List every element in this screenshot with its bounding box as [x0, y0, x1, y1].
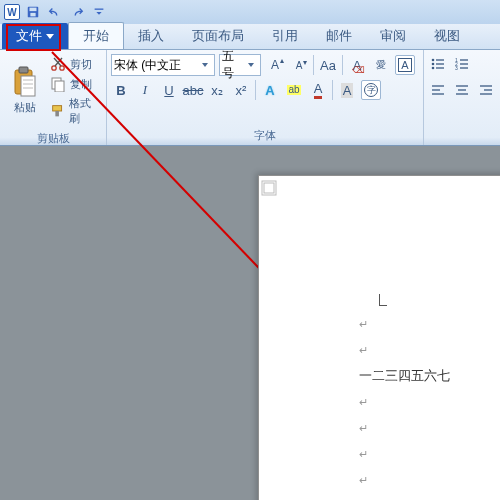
align-center-button[interactable] — [452, 80, 472, 100]
document-body[interactable]: ↵ ↵ 一二三四五六七 ↵ ↵ ↵ ↵ — [359, 311, 450, 493]
paragraph-mark: ↵ — [359, 441, 450, 467]
tab-mail[interactable]: 邮件 — [312, 23, 366, 49]
svg-point-10 — [52, 66, 56, 70]
chevron-down-icon — [198, 63, 212, 67]
strike-button[interactable]: abc — [183, 80, 203, 100]
group-label-paragraph — [424, 142, 500, 145]
format-painter-button[interactable]: 格式刷 — [48, 95, 100, 127]
copy-label: 复制 — [70, 77, 92, 92]
ribbon: 粘贴 剪切 复制 格式刷 剪贴板 — [0, 50, 500, 146]
undo-icon[interactable] — [46, 3, 64, 21]
clear-format-button[interactable]: A⌫ — [347, 55, 367, 75]
redo-icon[interactable] — [68, 3, 86, 21]
align-left-button[interactable] — [428, 80, 448, 100]
superscript-button[interactable]: x² — [231, 80, 251, 100]
document-text-line[interactable]: 一二三四五六七 — [359, 363, 450, 389]
font-name-combo[interactable]: 宋体 (中文正 — [111, 54, 215, 76]
group-font: 宋体 (中文正 五号 A▴ A▾ Aa A⌫ 愛 A B I U abc x₂ — [107, 50, 424, 145]
text-effects-button[interactable]: A — [260, 80, 280, 100]
tab-references[interactable]: 引用 — [258, 23, 312, 49]
qat-customize-icon[interactable] — [90, 3, 108, 21]
svg-rect-17 — [56, 111, 60, 116]
svg-point-18 — [432, 59, 435, 62]
phonetic-guide-button[interactable]: 愛 — [371, 55, 391, 75]
app-icon: W — [4, 4, 20, 20]
separator — [255, 80, 256, 100]
svg-rect-3 — [95, 9, 104, 10]
char-border-button[interactable]: A — [395, 55, 415, 75]
title-bar: W — [0, 0, 500, 24]
svg-rect-16 — [53, 106, 62, 111]
grow-font-button[interactable]: A▴ — [265, 55, 285, 75]
separator — [313, 55, 314, 75]
svg-rect-15 — [55, 81, 64, 92]
text-cursor — [379, 294, 387, 306]
separator — [342, 55, 343, 75]
tab-review[interactable]: 审阅 — [366, 23, 420, 49]
tab-insert[interactable]: 插入 — [124, 23, 178, 49]
change-case-button[interactable]: Aa — [318, 55, 338, 75]
font-size-combo[interactable]: 五号 — [219, 54, 261, 76]
font-color-button[interactable]: A — [308, 80, 328, 100]
svg-point-20 — [432, 63, 435, 66]
chevron-down-icon — [244, 63, 258, 67]
bullets-icon — [430, 56, 446, 72]
svg-line-12 — [55, 58, 62, 66]
font-size-value: 五号 — [222, 48, 244, 82]
tab-layout[interactable]: 页面布局 — [178, 23, 258, 49]
group-label-clipboard: 剪贴板 — [0, 130, 106, 148]
brush-icon — [50, 103, 64, 119]
enclose-char-button[interactable]: 字 — [361, 80, 381, 100]
separator — [332, 80, 333, 100]
format-painter-label: 格式刷 — [69, 96, 98, 126]
align-right-button[interactable] — [476, 80, 496, 100]
cut-label: 剪切 — [70, 57, 92, 72]
cut-button[interactable]: 剪切 — [48, 55, 100, 73]
shrink-font-button[interactable]: A▾ — [289, 55, 309, 75]
svg-rect-5 — [19, 67, 28, 73]
ribbon-tabs: 文件 开始 插入 页面布局 引用 邮件 审阅 视图 — [0, 24, 500, 50]
paste-label: 粘贴 — [14, 100, 36, 115]
bold-button[interactable]: B — [111, 80, 131, 100]
bullets-button[interactable] — [428, 54, 448, 74]
subscript-button[interactable]: x₂ — [207, 80, 227, 100]
align-right-icon — [478, 82, 494, 98]
svg-rect-2 — [30, 13, 35, 17]
paste-icon — [11, 66, 39, 98]
scissors-icon — [50, 56, 66, 72]
paragraph-mark: ↵ — [359, 311, 450, 337]
tab-view[interactable]: 视图 — [420, 23, 474, 49]
ruler-corner-icon — [261, 180, 277, 196]
tab-file[interactable]: 文件 — [2, 23, 68, 49]
svg-rect-1 — [30, 8, 37, 12]
paragraph-mark: ↵ — [359, 389, 450, 415]
save-icon[interactable] — [24, 3, 42, 21]
char-shading-button[interactable]: A — [337, 80, 357, 100]
font-name-value: 宋体 (中文正 — [114, 57, 198, 74]
svg-point-11 — [60, 66, 64, 70]
numbering-button[interactable]: 123 — [452, 54, 472, 74]
copy-button[interactable]: 复制 — [48, 75, 100, 93]
svg-rect-6 — [21, 76, 35, 96]
paste-button[interactable]: 粘贴 — [6, 53, 44, 127]
align-center-icon — [454, 82, 470, 98]
svg-rect-41 — [264, 183, 274, 193]
highlight-button[interactable]: ab — [284, 80, 304, 100]
group-label-font: 字体 — [107, 127, 423, 145]
italic-button[interactable]: I — [135, 80, 155, 100]
group-paragraph: 123 — [424, 50, 500, 145]
svg-text:3: 3 — [455, 65, 458, 71]
tab-home[interactable]: 开始 — [68, 22, 124, 49]
paragraph-mark: ↵ — [359, 415, 450, 441]
paragraph-mark: ↵ — [359, 467, 450, 493]
align-left-icon — [430, 82, 446, 98]
underline-button[interactable]: U — [159, 80, 179, 100]
svg-point-22 — [432, 67, 435, 70]
group-clipboard: 粘贴 剪切 复制 格式刷 剪贴板 — [0, 50, 107, 145]
svg-line-13 — [54, 58, 61, 66]
paragraph-mark: ↵ — [359, 337, 450, 363]
copy-icon — [50, 76, 66, 92]
document-page[interactable]: ↵ ↵ 一二三四五六七 ↵ ↵ ↵ ↵ — [258, 175, 500, 500]
numbering-icon: 123 — [454, 56, 470, 72]
